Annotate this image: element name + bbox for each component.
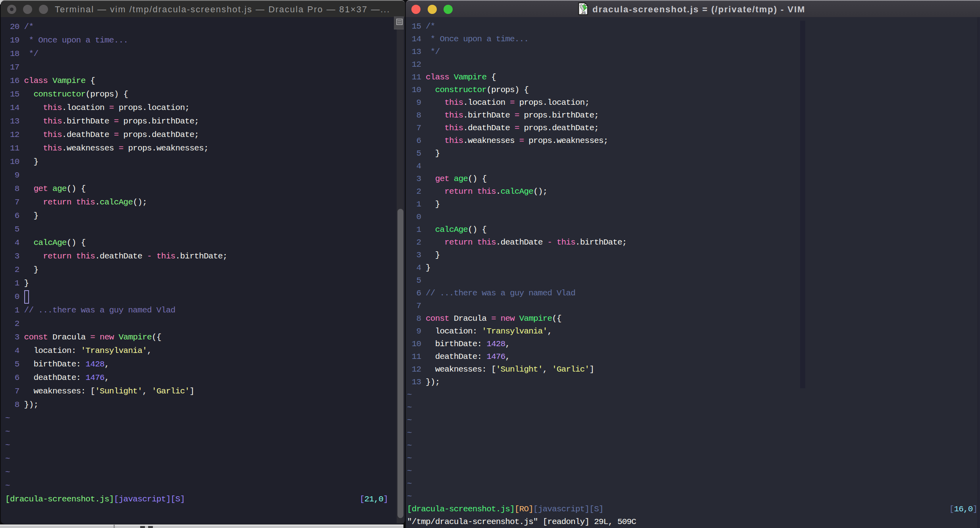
svg-text:JS: JS xyxy=(581,10,586,15)
